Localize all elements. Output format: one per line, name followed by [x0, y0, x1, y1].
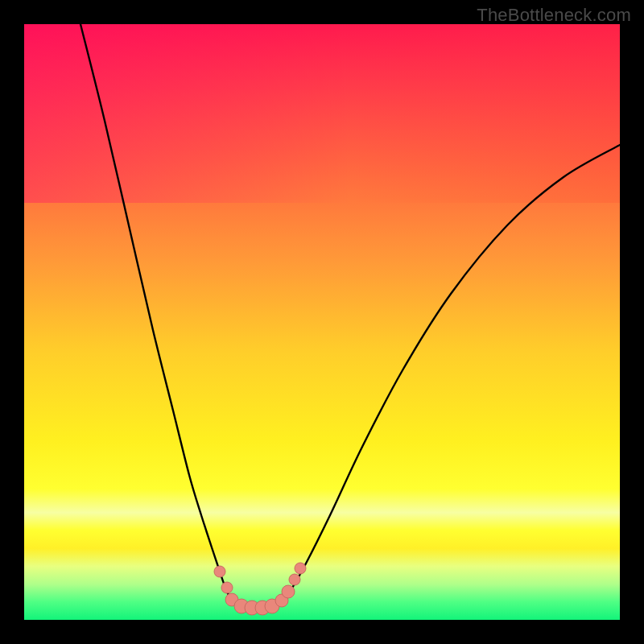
- bottleneck-curve: [80, 24, 620, 608]
- watermark-text: TheBottleneck.com: [477, 5, 631, 26]
- valley-marker: [289, 574, 300, 585]
- valley-marker: [282, 585, 295, 598]
- valley-markers: [214, 563, 306, 615]
- chart-frame: TheBottleneck.com: [0, 0, 644, 644]
- valley-marker: [221, 582, 233, 593]
- valley-marker: [295, 563, 306, 574]
- valley-marker: [214, 566, 225, 577]
- curve-layer: [24, 24, 620, 620]
